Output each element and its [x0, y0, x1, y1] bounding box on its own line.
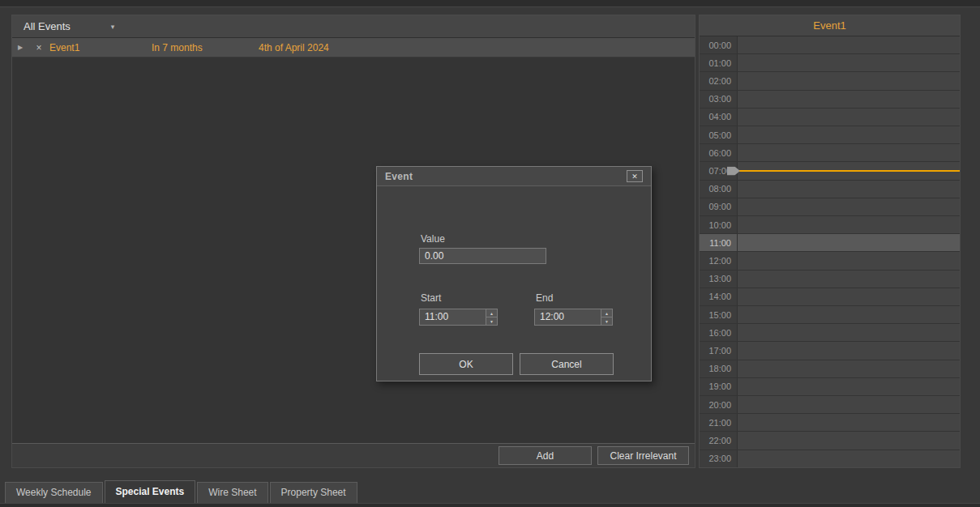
ok-button[interactable]: OK	[419, 353, 513, 375]
tab-property-sheet[interactable]: Property Sheet	[270, 482, 357, 503]
schedule-cell[interactable]	[737, 360, 960, 377]
end-time-value[interactable]: 12:00	[535, 309, 601, 325]
schedule-row-2100[interactable]: 21:00	[700, 414, 960, 432]
schedule-row-0800[interactable]: 08:00	[700, 181, 960, 198]
end-time-stepper[interactable]: 12:00 ▲ ▼	[534, 309, 613, 326]
schedule-row-1500[interactable]: 15:00	[700, 306, 960, 324]
schedule-row-0000[interactable]: 00:00	[700, 36, 960, 54]
schedule-row-0700[interactable]: 07:00	[700, 162, 960, 180]
schedule-row-0500[interactable]: 05:00	[700, 126, 960, 144]
time-label: 23:00	[700, 450, 737, 467]
schedule-cell[interactable]	[737, 450, 960, 467]
schedule-row-0200[interactable]: 02:00	[700, 72, 960, 90]
schedule-row-0100[interactable]: 01:00	[700, 54, 960, 72]
expand-arrow-icon[interactable]: ▶	[12, 44, 28, 51]
schedule-row-1800[interactable]: 18:00	[700, 360, 960, 378]
chevron-down-icon: ▾	[111, 23, 115, 31]
close-icon[interactable]: ✕	[627, 170, 643, 182]
time-label: 00:00	[700, 36, 737, 53]
time-label: 08:00	[700, 181, 737, 198]
schedule-cell[interactable]	[737, 54, 960, 71]
schedule-cell[interactable]	[737, 126, 960, 143]
time-label: 10:00	[700, 216, 737, 233]
schedule-title: Event1	[700, 15, 960, 36]
schedule-row-1900[interactable]: 19:00	[700, 378, 960, 396]
tab-wire-sheet[interactable]: Wire Sheet	[197, 482, 267, 503]
schedule-cell[interactable]	[737, 342, 960, 359]
schedule-cell[interactable]	[737, 72, 960, 89]
schedule-row-0600[interactable]: 06:00	[700, 144, 960, 162]
tab-special-events[interactable]: Special Events	[105, 480, 196, 503]
schedule-row-0400[interactable]: 04:00	[700, 109, 960, 126]
cancel-button[interactable]: Cancel	[520, 353, 614, 375]
schedule-row-1000[interactable]: 10:00	[700, 216, 960, 234]
events-filter-dropdown[interactable]: All Events ▾	[12, 15, 695, 38]
schedule-cell[interactable]	[737, 414, 960, 431]
event-dialog-titlebar[interactable]: Event ✕	[377, 167, 651, 186]
schedule-cell[interactable]	[737, 144, 960, 161]
event-dialog-title: Event	[385, 171, 413, 182]
delete-event-icon[interactable]: ×	[28, 42, 49, 53]
schedule-row-1600[interactable]: 16:00	[700, 324, 960, 342]
event-dialog: Event ✕ Value 0.00 Start End 11:00 ▲ ▼ 1…	[376, 166, 652, 381]
schedule-row-1200[interactable]: 12:00	[700, 252, 960, 270]
schedule-cell[interactable]	[737, 162, 960, 179]
schedule-cell[interactable]	[737, 181, 960, 198]
end-label: End	[536, 292, 553, 304]
spin-up-icon[interactable]: ▲	[601, 309, 612, 317]
value-input[interactable]: 0.00	[419, 248, 546, 264]
schedule-row-2200[interactable]: 22:00	[700, 432, 960, 449]
schedule-row-1300[interactable]: 13:00	[700, 271, 960, 288]
time-label: 01:00	[700, 54, 737, 71]
time-label: 05:00	[700, 126, 737, 143]
schedule-cell[interactable]	[737, 36, 960, 53]
schedule-row-1400[interactable]: 14:00	[700, 288, 960, 306]
schedule-cell[interactable]	[737, 109, 960, 126]
add-button[interactable]: Add	[499, 446, 592, 465]
schedule-cell[interactable]	[737, 432, 960, 449]
schedule-cell[interactable]	[737, 396, 960, 413]
time-label: 04:00	[700, 109, 737, 126]
spin-down-icon[interactable]: ▼	[601, 317, 612, 325]
schedule-cell[interactable]	[737, 91, 960, 108]
window-top-strip	[0, 0, 980, 7]
schedule-row-2000[interactable]: 20:00	[700, 396, 960, 414]
schedule-cell[interactable]	[737, 198, 960, 215]
schedule-cell[interactable]	[737, 234, 960, 251]
event-list-row[interactable]: ▶ × Event1 In 7 months 4th of April 2024	[12, 38, 695, 58]
schedule-cell[interactable]	[737, 324, 960, 341]
spin-down-icon[interactable]: ▼	[486, 317, 497, 325]
start-spin-buttons: ▲ ▼	[486, 309, 497, 325]
time-label: 12:00	[700, 252, 737, 269]
schedule-cell[interactable]	[737, 306, 960, 323]
time-label: 14:00	[700, 288, 737, 305]
tab-bar: Weekly ScheduleSpecial EventsWire SheetP…	[0, 479, 980, 503]
schedule-cell[interactable]	[737, 288, 960, 305]
schedule-row-0300[interactable]: 03:00	[700, 91, 960, 109]
schedule-row-1100[interactable]: 11:00	[700, 234, 960, 252]
event-actions-bar: Add Clear Irrelevant	[12, 443, 695, 467]
time-label: 13:00	[700, 271, 737, 288]
event-date: 4th of April 2024	[259, 42, 329, 53]
time-label: 16:00	[700, 324, 737, 341]
clear-irrelevant-button[interactable]: Clear Irrelevant	[597, 446, 689, 465]
time-label: 11:00	[700, 234, 737, 251]
schedule-row-0900[interactable]: 09:00	[700, 198, 960, 216]
events-filter-label: All Events	[24, 20, 71, 32]
event-line-marker-icon[interactable]	[727, 167, 740, 176]
time-label: 18:00	[700, 360, 737, 377]
value-label: Value	[421, 233, 445, 245]
schedule-row-1700[interactable]: 17:00	[700, 342, 960, 360]
schedule-row-2300[interactable]: 23:00	[700, 450, 960, 467]
schedule-cell[interactable]	[737, 378, 960, 395]
schedule-cell[interactable]	[737, 252, 960, 269]
start-time-value[interactable]: 11:00	[420, 309, 486, 325]
spin-up-icon[interactable]: ▲	[486, 309, 497, 317]
event-time-line[interactable]	[738, 170, 960, 172]
schedule-cell[interactable]	[737, 271, 960, 288]
time-label: 02:00	[700, 72, 737, 89]
schedule-cell[interactable]	[737, 216, 960, 233]
tab-weekly-schedule[interactable]: Weekly Schedule	[5, 482, 103, 503]
start-time-stepper[interactable]: 11:00 ▲ ▼	[419, 309, 498, 326]
time-label: 06:00	[700, 144, 737, 161]
